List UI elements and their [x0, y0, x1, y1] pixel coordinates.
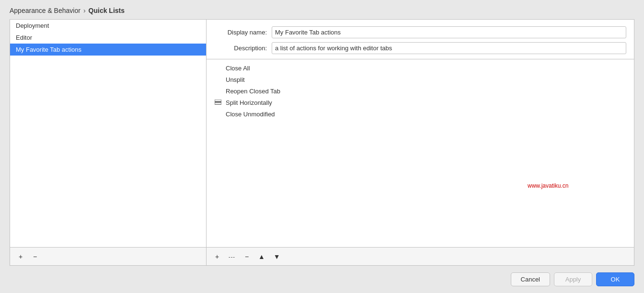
- list-item-editor[interactable]: Editor: [10, 32, 206, 44]
- action-item-split-horizontally[interactable]: Split Horizontally: [207, 97, 634, 108]
- no-icon-unsplit: [214, 76, 222, 83]
- right-remove-button[interactable]: −: [241, 251, 253, 262]
- no-icon-close-all: [214, 64, 222, 72]
- action-list: Close All Unsplit Reopen Closed Tab: [207, 59, 634, 247]
- description-row: Description:: [214, 42, 626, 54]
- right-separator-button[interactable]: ---: [226, 251, 238, 262]
- action-label-close-unmodified: Close Unmodified: [226, 111, 275, 118]
- svg-rect-1: [215, 102, 221, 104]
- svg-rect-0: [215, 100, 221, 101]
- action-label-unsplit: Unsplit: [226, 76, 245, 83]
- form-section: Display name: Description:: [207, 20, 634, 59]
- right-add-button[interactable]: +: [211, 251, 223, 262]
- right-panel: Display name: Description: Close All: [207, 20, 634, 265]
- list-item-my-favorite-tab-actions[interactable]: My Favorite Tab actions: [10, 44, 206, 56]
- action-label-reopen-closed-tab: Reopen Closed Tab: [226, 88, 280, 95]
- description-input[interactable]: [272, 42, 626, 54]
- right-up-button[interactable]: ▲: [255, 251, 268, 262]
- action-item-close-all[interactable]: Close All: [207, 62, 634, 74]
- left-panel: Deployment Editor My Favorite Tab action…: [10, 20, 207, 265]
- left-add-button[interactable]: +: [15, 251, 26, 262]
- main-content: Deployment Editor My Favorite Tab action…: [0, 19, 644, 266]
- action-item-reopen-closed-tab[interactable]: Reopen Closed Tab: [207, 85, 634, 97]
- display-name-input[interactable]: [272, 26, 626, 38]
- left-remove-button[interactable]: −: [29, 251, 41, 262]
- breadcrumb-section: Appearance & Behavior: [10, 7, 80, 14]
- action-list-wrapper: Close All Unsplit Reopen Closed Tab: [207, 59, 634, 265]
- right-down-button[interactable]: ▼: [271, 251, 283, 262]
- no-icon-close-unmodified: [214, 110, 222, 118]
- list-item-deployment[interactable]: Deployment: [10, 20, 206, 32]
- action-list-inner: Close All Unsplit Reopen Closed Tab: [207, 59, 634, 123]
- left-list: Deployment Editor My Favorite Tab action…: [10, 20, 206, 247]
- action-item-unsplit[interactable]: Unsplit: [207, 74, 634, 85]
- breadcrumb-bar: Appearance & Behavior › Quick Lists: [0, 0, 644, 19]
- action-item-close-unmodified[interactable]: Close Unmodified: [207, 108, 634, 120]
- description-label: Description:: [214, 45, 272, 52]
- apply-button[interactable]: Apply: [554, 272, 592, 286]
- ok-button[interactable]: OK: [596, 272, 634, 286]
- cancel-button[interactable]: Cancel: [511, 272, 550, 286]
- split-horizontally-icon: [214, 99, 222, 106]
- bottom-bar: Cancel Apply OK: [0, 266, 644, 293]
- action-label-split-horizontally: Split Horizontally: [226, 99, 272, 106]
- action-label-close-all: Close All: [226, 65, 250, 72]
- breadcrumb-current: Quick Lists: [89, 7, 125, 14]
- breadcrumb-arrow: ›: [83, 7, 86, 14]
- right-toolbar: + --- − ▲ ▼: [207, 247, 634, 265]
- display-name-row: Display name:: [214, 26, 626, 38]
- display-name-label: Display name:: [214, 29, 272, 36]
- no-icon-reopen: [214, 87, 222, 95]
- left-toolbar: + −: [10, 247, 206, 265]
- panels: Deployment Editor My Favorite Tab action…: [10, 19, 634, 266]
